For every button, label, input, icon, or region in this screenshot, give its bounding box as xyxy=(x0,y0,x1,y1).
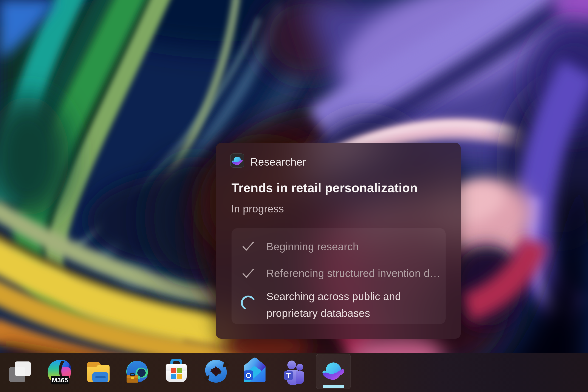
svg-text:O: O xyxy=(246,371,252,380)
svg-text:T: T xyxy=(286,372,291,380)
svg-text:M365: M365 xyxy=(52,376,68,384)
